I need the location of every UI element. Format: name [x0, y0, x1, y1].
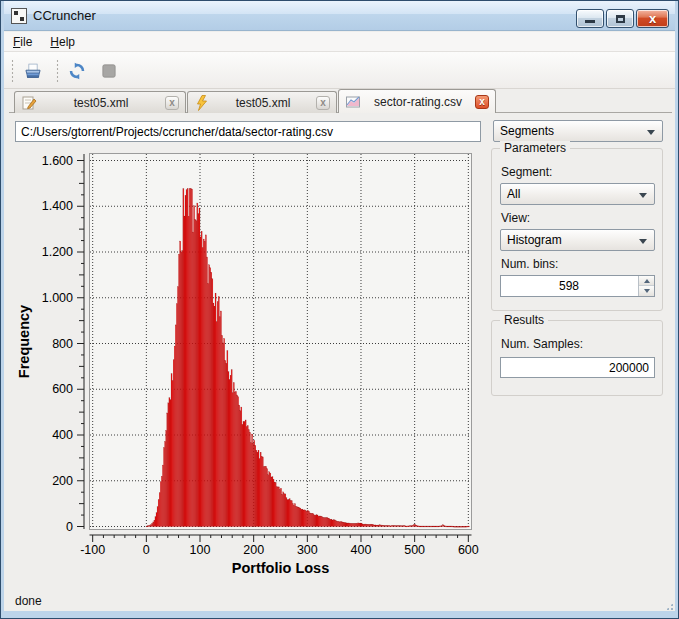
view-label: View: — [501, 211, 530, 225]
segment-combobox[interactable]: All — [500, 183, 655, 205]
parameters-groupbox: Parameters Segment: All View: Histogram … — [491, 148, 663, 311]
svg-text:400: 400 — [52, 428, 73, 442]
svg-text:600: 600 — [52, 382, 73, 396]
svg-text:0: 0 — [143, 543, 150, 557]
arrow-up-icon — [644, 279, 650, 283]
open-button[interactable] — [18, 56, 48, 86]
plot-canvas — [90, 154, 472, 530]
close-button[interactable]: x — [636, 9, 669, 28]
num-bins-input[interactable] — [501, 276, 637, 296]
stop-button[interactable] — [94, 56, 124, 86]
svg-text:100: 100 — [190, 543, 211, 557]
maximize-button[interactable] — [606, 9, 634, 28]
num-samples-field[interactable] — [500, 357, 655, 378]
tab-sector-rating-analysis[interactable]: sector-rating.csv x — [338, 89, 496, 113]
svg-text:0: 0 — [66, 520, 73, 534]
tab-test05-editor[interactable]: test05.xml x — [14, 91, 186, 113]
toolbar-handle[interactable] — [56, 59, 59, 83]
y-axis-title: Frequency — [16, 305, 32, 378]
chevron-down-icon — [647, 130, 655, 135]
menu-help[interactable]: Help — [41, 33, 84, 51]
tab-close-icon[interactable]: x — [475, 95, 489, 109]
application-window: CCruncher x File Help — [0, 0, 679, 619]
svg-text:200: 200 — [52, 474, 73, 488]
segment-combobox-value: All — [507, 187, 520, 201]
tab-test05-execution[interactable]: test05.xml x — [187, 91, 337, 113]
spin-up-button[interactable] — [639, 276, 654, 286]
minimize-button[interactable] — [576, 9, 604, 28]
tab-close-icon[interactable]: x — [165, 96, 179, 110]
spin-buttons — [638, 276, 654, 296]
results-groupbox: Results Num. Samples: — [491, 320, 663, 396]
printer-open-icon — [24, 58, 42, 84]
results-group-title: Results — [500, 313, 548, 327]
chevron-down-icon — [639, 239, 647, 244]
svg-text:600: 600 — [458, 543, 479, 557]
svg-text:300: 300 — [297, 543, 318, 557]
segments-combobox[interactable]: Segments — [493, 120, 663, 142]
chevron-down-icon — [639, 193, 647, 198]
tab-label: test05.xml — [37, 96, 165, 110]
svg-text:400: 400 — [351, 543, 372, 557]
status-bar: done — [4, 589, 677, 612]
svg-text:800: 800 — [52, 337, 73, 351]
stop-icon — [100, 60, 118, 82]
histogram-chart[interactable]: -1000100200300400500600Portfolio Loss020… — [9, 147, 487, 589]
file-path-input[interactable] — [15, 121, 481, 142]
svg-text:1.600: 1.600 — [42, 154, 73, 168]
svg-text:1.400: 1.400 — [42, 199, 73, 213]
edit-document-icon — [21, 95, 37, 111]
refresh-icon — [68, 59, 86, 83]
spin-down-button[interactable] — [639, 286, 654, 296]
lightning-icon — [194, 95, 210, 111]
toolbar — [4, 52, 677, 89]
refresh-button[interactable] — [62, 56, 92, 86]
view-combobox-value: Histogram — [507, 233, 562, 247]
close-icon: x — [637, 10, 668, 28]
view-combobox[interactable]: Histogram — [500, 229, 655, 251]
segment-label: Segment: — [501, 165, 552, 179]
tab-close-icon[interactable]: x — [316, 96, 330, 110]
window-title: CCruncher — [33, 8, 96, 23]
arrow-down-icon — [644, 289, 650, 293]
parameters-group-title: Parameters — [500, 141, 570, 155]
x-axis-title: Portfolio Loss — [232, 560, 329, 576]
chart-document-icon — [345, 94, 361, 110]
title-bar[interactable]: CCruncher x — [2, 1, 679, 31]
toolbar-handle[interactable] — [11, 59, 14, 83]
tab-label: test05.xml — [210, 96, 316, 110]
maximize-icon — [616, 15, 625, 23]
status-message: done — [15, 594, 42, 608]
num-bins-spinbox[interactable] — [500, 275, 655, 297]
app-icon — [11, 8, 27, 24]
menu-file[interactable]: File — [4, 33, 41, 51]
num-bins-label: Num. bins: — [501, 257, 558, 271]
svg-text:200: 200 — [243, 543, 264, 557]
svg-text:1.200: 1.200 — [42, 245, 73, 259]
tab-label: sector-rating.csv — [361, 95, 475, 109]
minimize-icon — [585, 20, 595, 23]
menu-bar: File Help — [4, 32, 677, 52]
segments-combobox-value: Segments — [500, 124, 554, 138]
svg-text:-100: -100 — [80, 543, 105, 557]
num-samples-label: Num. Samples: — [501, 337, 583, 351]
svg-text:500: 500 — [404, 543, 425, 557]
svg-text:1.000: 1.000 — [42, 291, 73, 305]
